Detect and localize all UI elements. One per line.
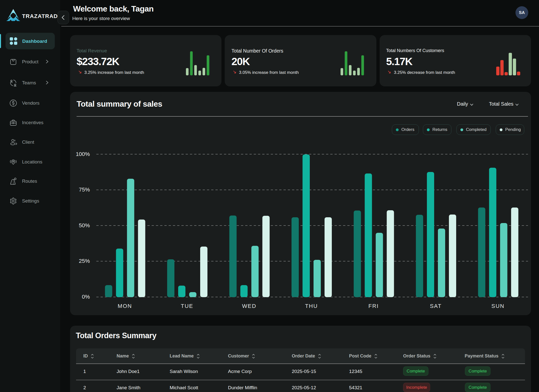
svg-text:25%: 25% — [79, 258, 90, 264]
svg-text:SAT: SAT — [430, 303, 442, 309]
svg-text:100%: 100% — [76, 151, 90, 157]
svg-text:FRI: FRI — [368, 303, 379, 309]
svg-text:TUE: TUE — [181, 303, 193, 309]
svg-text:SUN: SUN — [491, 303, 504, 309]
svg-text:50%: 50% — [79, 222, 90, 229]
svg-text:WED: WED — [242, 303, 256, 309]
svg-text:MON: MON — [118, 303, 132, 309]
svg-text:THU: THU — [305, 303, 318, 309]
svg-text:0%: 0% — [82, 294, 90, 300]
svg-text:75%: 75% — [79, 186, 90, 193]
